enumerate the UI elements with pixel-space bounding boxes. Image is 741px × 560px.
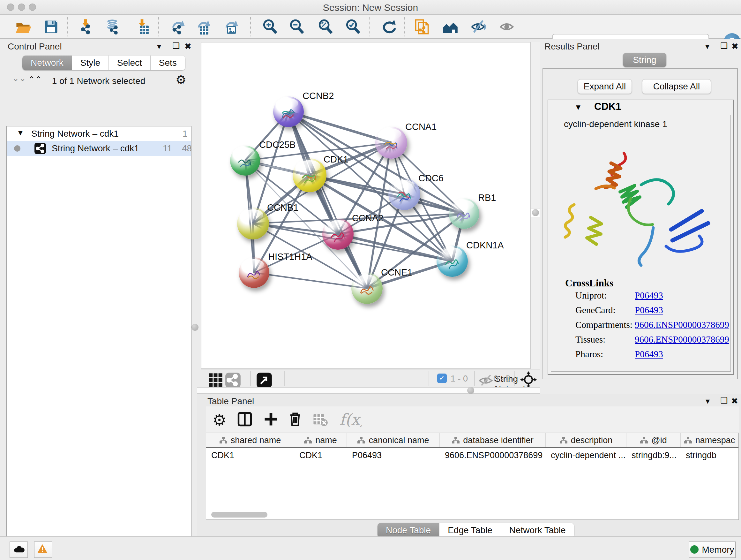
- table-row[interactable]: CDK1CDK1P064939606.ENSP00000378699cyclin…: [206, 448, 738, 462]
- app-window: Session: New Session: [0, 0, 741, 560]
- fit-selected-crosshair-icon[interactable]: [520, 371, 535, 386]
- tab-string[interactable]: String: [623, 53, 666, 67]
- crosslinks-title: CrossLinks: [565, 277, 613, 289]
- column-header-shared-name[interactable]: shared name: [206, 433, 294, 447]
- table-cell[interactable]: P06493: [347, 448, 440, 462]
- delete-column-icon[interactable]: [287, 411, 304, 428]
- first-neighbors-icon[interactable]: [442, 18, 458, 35]
- expand-all-button[interactable]: Expand All: [578, 79, 632, 94]
- show-all-icon[interactable]: [499, 18, 516, 35]
- horizontal-splitter-handle[interactable]: [467, 387, 474, 394]
- table-hscrollbar-thumb[interactable]: [211, 512, 267, 517]
- birdseye-grid-icon[interactable]: [207, 372, 221, 385]
- table-header-row: shared name name canonical name database…: [206, 433, 738, 448]
- table-cell[interactable]: cyclin-dependent ...: [546, 448, 626, 462]
- zoom-selected-icon[interactable]: [345, 18, 361, 35]
- results-panel-close-icon[interactable]: ✖: [731, 42, 738, 51]
- show-columns-icon[interactable]: [237, 411, 253, 428]
- tab-edge-table[interactable]: Edge Table: [440, 523, 501, 538]
- table-tabs: Node Table Edge Table Network Table: [378, 523, 574, 538]
- table-cell[interactable]: 9606.ENSP00000378699: [440, 448, 546, 462]
- network-node[interactable]: [239, 257, 269, 288]
- network-node[interactable]: [230, 145, 260, 176]
- network-node[interactable]: [449, 198, 479, 229]
- tab-network-table[interactable]: Network Table: [501, 523, 574, 538]
- warnings-button[interactable]: [34, 542, 52, 558]
- results-panel-maximize-icon[interactable]: ❑: [720, 41, 728, 51]
- column-header-canonical-name[interactable]: canonical name: [347, 433, 440, 447]
- network-node[interactable]: [388, 178, 420, 210]
- network-row-selected[interactable]: String Network – cdk1 11 48: [7, 141, 191, 156]
- crosslink-link[interactable]: 9606.ENSP00000378699: [635, 320, 729, 330]
- network-node[interactable]: [375, 127, 407, 159]
- gene-collapse-icon[interactable]: ▼: [575, 103, 582, 112]
- collection-expand-icon[interactable]: ▼: [17, 128, 24, 137]
- network-node[interactable]: [273, 97, 304, 127]
- table-cell[interactable]: CDK1: [294, 448, 347, 462]
- column-header-namespac[interactable]: namespac: [681, 433, 738, 447]
- tab-style[interactable]: Style: [72, 56, 109, 70]
- tab-sets[interactable]: Sets: [151, 56, 185, 70]
- table-panel-close-icon[interactable]: ✖: [731, 396, 738, 406]
- control-panel-maximize-icon[interactable]: ❑: [172, 41, 180, 51]
- table-panel-maximize-icon[interactable]: ❑: [720, 395, 728, 406]
- export-image-icon[interactable]: [222, 18, 239, 35]
- tab-node-table[interactable]: Node Table: [378, 523, 440, 538]
- network-edge-count: 48: [182, 143, 192, 153]
- string-view-icon[interactable]: [225, 372, 238, 385]
- control-panel-close-icon[interactable]: ✖: [185, 42, 192, 51]
- protein-thumbnail: [356, 281, 378, 300]
- table-options-gear-icon[interactable]: ⚙: [212, 411, 228, 428]
- crosslink-link[interactable]: P06493: [635, 290, 663, 301]
- results-panel-float-icon[interactable]: ▾: [705, 42, 710, 51]
- zoom-out-icon[interactable]: [288, 18, 305, 35]
- right-splitter-handle[interactable]: [531, 208, 540, 217]
- refresh-view-icon[interactable]: [381, 18, 397, 35]
- export-network-icon[interactable]: [169, 18, 185, 35]
- tab-network[interactable]: Network: [22, 56, 72, 70]
- network-node[interactable]: [322, 219, 354, 250]
- column-header-database-identifier[interactable]: database identifier: [440, 433, 546, 447]
- right-splitter-strip: [530, 42, 540, 369]
- column-header-name[interactable]: name: [294, 433, 347, 447]
- hide-selected-icon[interactable]: [470, 18, 487, 35]
- import-network-file-icon[interactable]: [77, 18, 94, 35]
- zoom-fit-content-icon[interactable]: [317, 18, 334, 35]
- crosslink-link[interactable]: 9606.ENSP00000378699: [635, 334, 729, 345]
- network-node[interactable]: [351, 273, 383, 304]
- table-panel-float-icon[interactable]: ▾: [705, 396, 710, 406]
- column-header-description[interactable]: description: [546, 433, 626, 447]
- add-column-icon[interactable]: [263, 411, 279, 428]
- open-session-icon[interactable]: [15, 18, 31, 35]
- network-node[interactable]: [237, 207, 269, 240]
- crosslink-link[interactable]: P06493: [635, 349, 663, 360]
- hidden-counts: 0 - 0: [493, 374, 511, 384]
- selected-checkbox-icon[interactable]: [437, 374, 447, 383]
- import-network-database-icon[interactable]: [105, 18, 121, 35]
- save-session-icon[interactable]: [43, 18, 59, 35]
- network-collection-row[interactable]: ▼ String Network – cdk1 1: [7, 126, 191, 141]
- export-table-icon[interactable]: [194, 18, 211, 35]
- cloud-status-button[interactable]: [10, 542, 28, 558]
- collapse-all-button[interactable]: Collapse All: [642, 79, 711, 94]
- crosslink-link[interactable]: P06493: [635, 305, 663, 315]
- tab-select[interactable]: Select: [109, 56, 151, 70]
- left-splitter-handle[interactable]: [192, 324, 199, 331]
- gene-entry-header[interactable]: ▼ CDK1: [548, 100, 733, 114]
- duplicate-network-icon[interactable]: [413, 18, 429, 35]
- network-node[interactable]: [436, 246, 468, 277]
- network-canvas[interactable]: CCNB2CCNA1CDC25BCDK1CDC6RB1CCNB1CCNA2CDK…: [201, 42, 530, 369]
- network-options-gear-icon[interactable]: ⚙: [176, 73, 186, 87]
- zoom-in-icon[interactable]: [262, 18, 278, 35]
- import-table-icon[interactable]: [134, 18, 150, 35]
- table-hscrollbar[interactable]: [209, 512, 736, 517]
- control-panel-float-icon[interactable]: ▾: [157, 42, 161, 51]
- memory-button[interactable]: Memory: [689, 542, 736, 558]
- network-node[interactable]: [293, 159, 327, 192]
- open-in-browser-icon[interactable]: [256, 372, 269, 385]
- column-header--id[interactable]: @id: [626, 433, 681, 447]
- table-cell[interactable]: stringdb: [681, 448, 738, 462]
- table-cell[interactable]: CDK1: [206, 448, 294, 462]
- crosslink-label: Uniprot:: [576, 290, 607, 300]
- table-cell[interactable]: stringdb:9...: [626, 448, 681, 462]
